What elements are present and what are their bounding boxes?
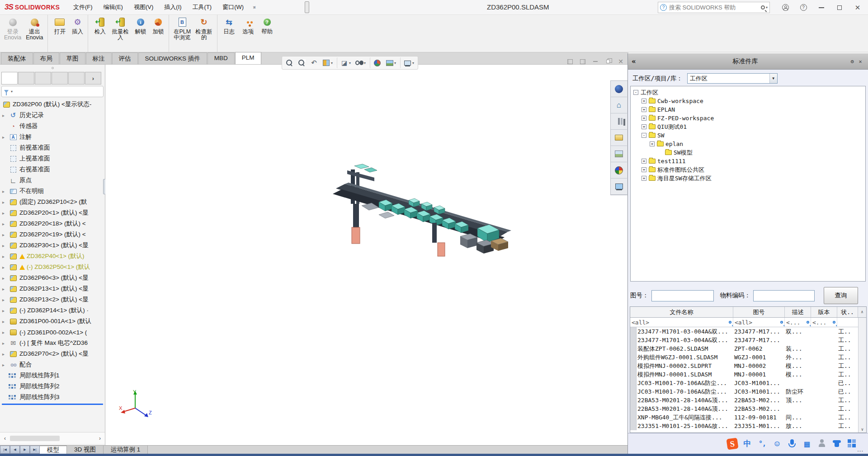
command-tab[interactable]: 标注 [86,52,112,64]
expand-arrow-icon[interactable]: ▸ [2,341,9,346]
ribbon-button[interactable]: 加锁 [150,15,169,52]
workspace-tree-row[interactable]: + FZ-PED-workspace [631,114,865,122]
feature-tree-row[interactable]: ▸ ZD362P00 (默认) <显示状态- [0,99,105,110]
workspace-tree-row[interactable]: - SW [631,131,865,140]
expand-arrow-icon[interactable]: ▸ [2,319,9,324]
table-row[interactable]: 22BA53-M0201-28-140A&顶... 22BA53-M02... … [630,404,866,413]
table-row[interactable]: 装配体ZPT-0062.SLDASM ZPT-0062 装... 工.. [630,344,866,353]
qat-button[interactable] [316,1,320,13]
expand-arrow-icon[interactable]: ▸ [2,200,9,205]
workspace-tree-row[interactable]: + 海目星SW存储工作区 [631,174,865,183]
feature-tree-row[interactable]: ▸ 配合 [0,359,105,370]
workspace-tree-row[interactable]: - 工作区 [631,88,865,97]
menu-item[interactable]: 编辑(E) [99,1,127,13]
ime-icon[interactable]: ☺ [772,438,783,449]
scroll-left-icon[interactable]: ‹ [2,435,8,442]
ime-icon[interactable]: 中 [742,438,753,449]
panel-close-icon[interactable]: ✕ [856,58,864,65]
table-row[interactable]: 23J477-M1701-03-004A&双... 23J477-M17... … [630,327,866,336]
expand-arrow-icon[interactable]: ▸ [2,308,9,313]
table-row[interactable]: 22BA53-M0201-28-140A&顶... 22BA53-M02... … [630,396,866,404]
scrollbar-thumb[interactable] [10,436,60,441]
workspace-dropdown[interactable]: 工作区 ▼ [687,73,778,84]
table-row[interactable]: 23J477-M1701-03-004A&双... 23J477-M17... … [630,336,866,344]
task-pane-button[interactable]: ⌂ [611,97,627,113]
feature-tree-row[interactable]: ▸ ZD362P13<1> (默认) <显 [0,283,105,294]
tree-expander-icon[interactable]: + [642,116,646,121]
workspace-tree-row[interactable]: + test1111 [631,157,865,165]
expand-arrow-icon[interactable]: ▸ [2,232,9,237]
ime-icon[interactable] [802,438,812,449]
query-button[interactable]: 查询 [824,287,858,304]
ribbon-button[interactable]: 选项 [239,15,258,52]
doc-close-button[interactable]: ✕ [618,59,624,64]
more-options-dots[interactable]: ... [857,446,863,453]
expand-arrow-icon[interactable]: ▸ [2,221,9,226]
filter-search-icon[interactable] [833,321,835,324]
ribbon-button[interactable]: ⇆ 日志 [220,15,239,52]
workspace-tree-row[interactable]: + 标准件图纸公共区 [631,165,865,174]
row-header[interactable] [630,387,637,396]
column-header[interactable]: 描述 [785,307,811,317]
ribbon-button[interactable]: 退出 Enovia [24,15,48,52]
tree-expander-icon[interactable]: + [642,159,646,164]
rollback-bar[interactable] [2,404,103,405]
menu-item[interactable]: 工具(T) [188,1,217,13]
collapse-panel-button[interactable]: « [632,57,642,66]
filter-cell[interactable]: <... [811,318,837,327]
featuremanager-tab[interactable] [18,72,34,85]
ribbon-button[interactable]: 帮助 [258,15,277,52]
headsup-button[interactable]: ▾ [321,57,335,68]
feature-tree-row[interactable]: ▸ 局部线性阵列2 [0,381,105,392]
command-tab[interactable]: MBD [208,52,235,64]
headsup-button[interactable]: ▾ [354,57,368,68]
feature-tree-row[interactable]: ▸ ZD361P00-001A<1> (默认 [0,316,105,327]
feature-tree-row[interactable]: ▸ ZD362P70<2> (默认) <显 [0,348,105,359]
featuremanager-tab[interactable] [1,72,18,85]
feature-tree-row[interactable]: ▸ 上视基准面 [0,153,105,164]
command-tab[interactable]: 评估 [112,52,138,64]
help-search-box[interactable]: ? 搜索 SOLIDWORKS 帮助 ▾ [658,2,770,13]
headsup-button[interactable]: ▾ [284,57,295,68]
table-row[interactable]: JC03-M1001-70-106A&防尘... JC03-M1001... 已… [630,379,866,387]
featuremanager-tab[interactable]: › [85,72,101,85]
expand-arrow-icon[interactable]: ▸ [2,243,9,248]
headsup-button[interactable]: ↶ ▾ [308,57,320,68]
feature-tree-row[interactable]: ▸ ZD362P60<3> (默认) <显 [0,273,105,283]
tree-expander-icon[interactable]: - [633,90,638,95]
document-tab[interactable]: 运动算例 1 [104,446,148,454]
scroll-right-icon[interactable]: › [97,435,103,442]
feature-tree-row[interactable]: ▸ ZD362P30<1> (默认) <显 [0,240,105,251]
column-header[interactable]: 图号 [733,307,785,317]
feature-tree-row[interactable]: ▸ (固定) ZD362P10<2> (默 [0,197,105,207]
expand-arrow-icon[interactable]: ▸ [2,254,9,259]
table-row[interactable]: JC03-M1001-70-106A&防尘... JC03-M1001... 防… [630,387,866,396]
featuremanager-tab[interactable] [68,72,85,85]
feature-tree-row[interactable]: ▸ 局部线性阵列3 [0,392,105,403]
headsup-button[interactable]: ◪ ▾ [337,57,353,68]
feature-tree-row[interactable]: ▸ (-) [ 复件 Max 电芯^ZD36 [0,338,105,348]
featuremanager-tab[interactable] [52,72,68,85]
workspace-tree-row[interactable]: SW模型 [631,148,865,157]
tab-scroll-button[interactable]: ▶ [20,446,30,454]
tree-expander-icon[interactable]: + [642,167,646,172]
scroll-up-icon[interactable]: ∧ [858,307,866,317]
doc-restore-button[interactable] [605,59,611,64]
filter-search-icon[interactable] [780,321,783,324]
task-pane-button[interactable] [611,113,627,130]
headsup-button[interactable]: ▾ [384,57,398,68]
graphics-viewport[interactable]: Y X Z [105,65,627,445]
qat-button[interactable] [310,1,315,13]
expand-arrow-icon[interactable]: ▸ [2,287,9,291]
feature-tree-row[interactable]: ▸ (-) ZD361P00-002A<1> ( [0,327,105,338]
tab-scroll-button[interactable]: ▶| [30,446,40,454]
feature-tree-row[interactable]: ▸ 注解 [0,132,105,142]
feature-tree-row[interactable]: ▸ 传感器 [0,121,105,132]
search-caret-icon[interactable]: ▾ [766,5,768,9]
row-header[interactable] [630,336,637,344]
filter-search-icon[interactable] [729,321,731,324]
row-header[interactable] [630,370,637,379]
tree-expander-icon[interactable]: + [642,99,646,103]
task-pane-button[interactable] [611,130,627,146]
qat-button[interactable] [288,1,293,13]
